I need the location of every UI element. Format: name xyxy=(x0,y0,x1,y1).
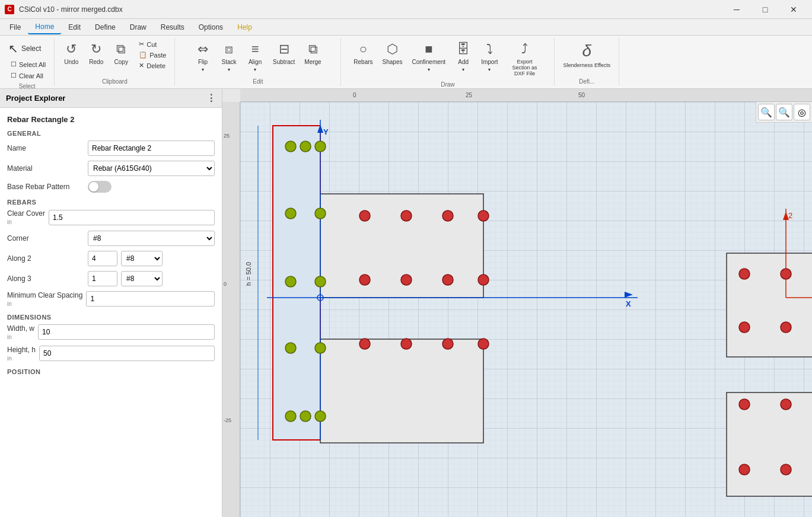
rebar-green-7 xyxy=(315,276,326,287)
height-input[interactable] xyxy=(39,346,215,361)
project-explorer-header: Project Explorer ⋮ xyxy=(0,89,222,108)
menu-home[interactable]: Home xyxy=(28,20,61,34)
axis2-label: 2 xyxy=(788,211,792,220)
copy-button[interactable]: ⧉ Copy xyxy=(109,39,133,68)
cursor-tool-button[interactable]: ↖ Select xyxy=(5,39,49,58)
shapes-button[interactable]: ⬡ Shapes xyxy=(379,39,406,68)
delete-icon: ✕ xyxy=(139,62,144,69)
export-dxf-button[interactable]: ⤴ Export Section as DXF File xyxy=(504,39,546,79)
menu-help[interactable]: Help xyxy=(230,21,259,34)
rebar-red-2 xyxy=(401,210,412,221)
rebars-button[interactable]: ○ Rebars xyxy=(350,39,376,68)
corner-select[interactable]: #8 #3#4#5 #6#7#9 #10#11 xyxy=(88,231,215,246)
ribbon-group-clipboard: ↺ Undo ↻ Redo ⧉ Copy ✂ Cut 📋 xyxy=(55,38,175,86)
export-dxf-icon: ⤴ xyxy=(521,42,528,57)
copy-label: Copy xyxy=(114,59,128,65)
rebar-green-4 xyxy=(285,208,296,219)
right-col-top xyxy=(727,253,812,357)
material-select[interactable]: Rebar (A615Gr40) xyxy=(88,161,215,176)
rebar-red-8 xyxy=(478,275,489,285)
select-all-button[interactable]: ☐ Select All xyxy=(7,59,49,69)
ribbon: ↖ Select ☐ Select All ☐ Clear All Select xyxy=(0,36,812,89)
canvas-area[interactable]: 0 25 50 25 0 -25 xyxy=(222,89,812,517)
clear-cover-row: Clear Cover in xyxy=(7,209,215,226)
min-clear-spacing-input[interactable] xyxy=(86,291,215,307)
cursor-label: Select xyxy=(21,44,41,53)
redo-button[interactable]: ↻ Redo xyxy=(84,39,108,68)
zoom-search-button[interactable]: 🔍 xyxy=(758,104,775,120)
merge-button[interactable]: ⧉ Merge xyxy=(301,39,324,68)
draw-group-label: Draw xyxy=(441,81,454,88)
menu-file[interactable]: File xyxy=(2,21,28,34)
along2-bar-select[interactable]: #8 #3#4#5 #6#7#9 xyxy=(121,251,163,266)
panel-menu-icon[interactable]: ⋮ xyxy=(206,92,216,104)
rebar-red-7 xyxy=(442,275,453,285)
ruler-horizontal: 0 25 50 xyxy=(240,89,812,102)
clear-all-button[interactable]: ☐ Clear All xyxy=(7,71,49,81)
copy-icon: ⧉ xyxy=(116,42,126,57)
select-all-label: Select All xyxy=(19,61,46,68)
menu-options[interactable]: Options xyxy=(192,21,230,34)
along3-bar-select[interactable]: #8 #3#4#5 #6#7#9 xyxy=(121,271,163,286)
main-layout: Project Explorer ⋮ Rebar Rectangle 2 GEN… xyxy=(0,89,812,517)
undo-button[interactable]: ↺ Undo xyxy=(59,39,83,68)
delete-button[interactable]: ✕ Delete xyxy=(135,60,170,71)
rebar-green-11 xyxy=(300,411,311,422)
minimize-button[interactable]: ─ xyxy=(723,0,750,19)
rebar-green-3 xyxy=(315,141,326,152)
width-input[interactable] xyxy=(38,324,215,340)
add-icon: 🗄 xyxy=(457,42,470,57)
zoom-target-button[interactable]: ◎ xyxy=(794,104,810,120)
maximize-button[interactable]: □ xyxy=(752,0,779,19)
menu-define[interactable]: Define xyxy=(88,21,123,34)
rebar-red-6 xyxy=(401,275,412,285)
menubar: File Home Edit Define Draw Results Optio… xyxy=(0,19,812,36)
flip-button[interactable]: ⇔ Flip ▾ xyxy=(191,39,215,75)
zoom-out-button[interactable]: 🔍 xyxy=(776,104,792,120)
flip-icon: ⇔ xyxy=(198,42,208,57)
canvas-background[interactable]: Y X 2 3 w = 10.0 w = 80.0 h = 50.0 xyxy=(240,102,812,517)
add-button[interactable]: 🗄 Add ▾ xyxy=(451,39,475,75)
menu-results[interactable]: Results xyxy=(154,21,192,34)
cut-button[interactable]: ✂ Cut xyxy=(135,39,170,49)
along3-count-input[interactable] xyxy=(88,271,117,286)
clear-cover-label: Clear Cover xyxy=(7,209,45,218)
ribbon-group-draw: ○ Rebars ⬡ Shapes ■ Confinement ▾ 🗄 Add … xyxy=(341,38,555,86)
zoom-controls: 🔍 🔍 ◎ xyxy=(756,102,812,123)
cursor-icon: ↖ xyxy=(8,42,18,56)
rebar-red-4 xyxy=(478,210,489,221)
height-unit: in xyxy=(7,355,12,362)
height-label: Height, h xyxy=(7,346,36,354)
menu-edit[interactable]: Edit xyxy=(61,21,88,34)
along2-count-input[interactable] xyxy=(88,251,117,266)
subtract-button[interactable]: ⊟ Subtract xyxy=(269,39,298,68)
name-input[interactable] xyxy=(88,141,215,156)
rebar-red-11 xyxy=(442,339,453,349)
corner-row: Corner #8 #3#4#5 #6#7#9 #10#11 xyxy=(7,231,215,246)
import-icon: ⤵ xyxy=(486,42,493,57)
stack-button[interactable]: ⧈ Stack ▾ xyxy=(217,39,241,75)
paste-button[interactable]: 📋 Paste xyxy=(135,50,170,60)
menu-draw[interactable]: Draw xyxy=(123,21,154,34)
undo-icon: ↺ xyxy=(66,42,77,57)
svg-text:-25: -25 xyxy=(224,417,231,423)
window-controls: ─ □ ✕ xyxy=(723,0,807,19)
base-rebar-pattern-label: Base Rebar Pattern xyxy=(7,183,84,191)
ribbon-group-define: δ Slenderness Effects Defi... xyxy=(555,38,619,86)
rebar-red-22 xyxy=(781,399,791,410)
slenderness-button[interactable]: δ Slenderness Effects xyxy=(559,39,614,71)
import-button[interactable]: ⤵ Import ▾ xyxy=(477,39,501,75)
base-rebar-pattern-toggle[interactable] xyxy=(88,181,112,193)
merge-icon: ⧉ xyxy=(308,42,318,57)
align-button[interactable]: ≡ Align ▾ xyxy=(243,39,267,75)
confinement-button[interactable]: ■ Confinement ▾ xyxy=(408,39,449,75)
clear-cover-unit: in xyxy=(7,219,12,225)
rebar-red-10 xyxy=(401,339,412,349)
rebar-rectangle-title: Rebar Rectangle 2 xyxy=(7,115,215,124)
clear-cover-input[interactable] xyxy=(49,210,215,225)
align-icon: ≡ xyxy=(251,42,259,57)
close-button[interactable]: ✕ xyxy=(780,0,807,19)
project-explorer-title: Project Explorer xyxy=(6,94,65,103)
width-unit: in xyxy=(7,334,12,340)
rebar-green-6 xyxy=(285,276,296,287)
